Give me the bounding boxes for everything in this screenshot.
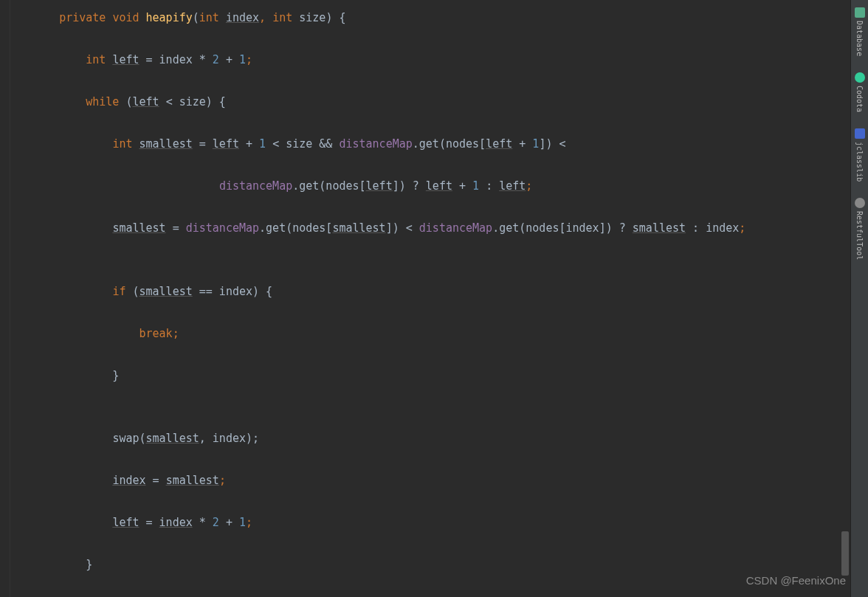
tool-sidebar: Database Codota jclasslib RestfulTool <box>850 0 868 597</box>
gutter <box>0 0 10 597</box>
sidebar-item-database[interactable]: Database <box>851 3 868 61</box>
jclasslib-icon <box>855 128 865 139</box>
op: + <box>519 137 526 151</box>
var: left <box>486 137 512 151</box>
op: = <box>199 137 206 151</box>
number: 1 <box>472 179 479 193</box>
var: index <box>159 516 193 529</box>
code-text: < size) { <box>166 95 226 108</box>
var: left <box>499 179 526 193</box>
keyword: while <box>86 95 119 108</box>
code-text: .get(nodes[ <box>413 137 486 151</box>
op: + <box>459 179 466 193</box>
code-text: ]) ? <box>393 179 419 193</box>
var: left <box>213 137 239 151</box>
op: + <box>246 137 252 151</box>
code-text: .get(nodes[ <box>259 221 332 235</box>
var: left <box>112 516 139 529</box>
keyword: if <box>112 285 125 298</box>
op: = <box>173 221 179 235</box>
sidebar-label: Codota <box>852 86 867 112</box>
var: left <box>426 179 452 193</box>
codota-icon <box>855 72 865 83</box>
code-text: ]) < <box>386 221 413 235</box>
var: smallest <box>166 474 219 487</box>
keyword: void <box>112 11 139 24</box>
param: index <box>226 11 259 24</box>
param: size <box>299 11 326 24</box>
code-text: = index * <box>146 53 206 66</box>
field: distanceMap <box>419 221 492 235</box>
type: int <box>199 11 219 24</box>
vertical-scrollbar[interactable] <box>841 531 849 576</box>
number: 1 <box>259 137 266 151</box>
method-name: heapify <box>146 11 193 24</box>
database-icon <box>855 7 865 18</box>
op: * <box>199 516 206 529</box>
type: int <box>112 137 132 151</box>
field: distanceMap <box>339 137 412 151</box>
var: smallest <box>112 221 165 235</box>
op: + <box>226 516 232 529</box>
field: distanceMap <box>219 179 292 193</box>
keyword: private <box>59 11 106 24</box>
code-text: swap( <box>112 432 145 445</box>
field: distanceMap <box>186 221 259 235</box>
var: left <box>366 179 393 193</box>
number: 1 <box>239 516 246 529</box>
code-text: .get(nodes[index]) ? <box>492 221 626 235</box>
sidebar-item-jclasslib[interactable]: jclasslib <box>851 124 868 186</box>
op: + <box>226 53 232 66</box>
op: = <box>153 474 159 487</box>
sidebar-item-codota[interactable]: Codota <box>851 68 868 117</box>
op: : <box>486 179 492 193</box>
number: 2 <box>213 516 219 529</box>
var: index <box>112 474 145 487</box>
code-text: < size && <box>272 137 332 151</box>
code-text: == index) { <box>199 285 272 298</box>
restfultool-icon <box>855 198 865 208</box>
var: left <box>112 53 139 66</box>
number: 2 <box>213 53 219 66</box>
watermark: CSDN @FeenixOne <box>746 570 846 592</box>
sidebar-label: RestfulTool <box>852 211 867 260</box>
var: smallest <box>633 221 686 235</box>
var: smallest <box>140 137 193 151</box>
sidebar-label: jclasslib <box>852 142 867 182</box>
type: int <box>272 11 292 24</box>
keyword: break <box>140 327 173 340</box>
code-text: ]) < <box>539 137 565 151</box>
var: left <box>132 95 159 108</box>
sidebar-label: Database <box>852 21 867 56</box>
var: smallest <box>146 432 199 445</box>
code-content[interactable]: private void heapify(int index, int size… <box>10 0 850 597</box>
var: smallest <box>140 285 193 298</box>
number: 1 <box>239 53 246 66</box>
code-editor: private void heapify(int index, int size… <box>0 0 868 597</box>
sidebar-item-restfultool[interactable]: RestfulTool <box>851 193 868 264</box>
code-text: , index); <box>199 432 259 445</box>
var: smallest <box>332 221 385 235</box>
code-text: .get(nodes[ <box>292 179 365 193</box>
type: int <box>86 53 106 66</box>
op: = <box>146 516 153 529</box>
